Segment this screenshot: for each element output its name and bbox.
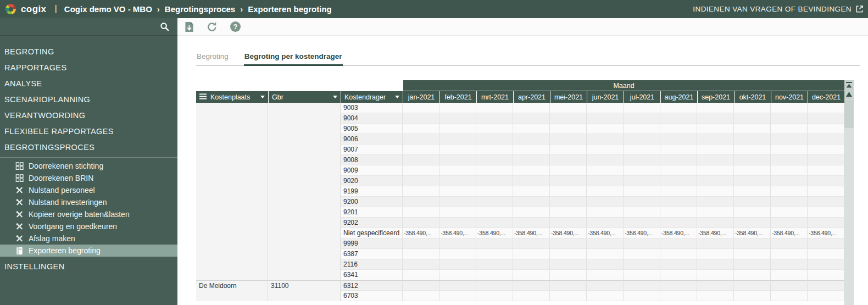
sidebar-subitem-nulstand-personeel[interactable]: Nulstand personeel bbox=[0, 184, 177, 196]
cell-month-value bbox=[734, 280, 771, 291]
cell-month-value bbox=[476, 124, 513, 134]
cell-month-value bbox=[660, 113, 697, 124]
sidebar-item-analyse[interactable]: ANALYSE bbox=[0, 76, 177, 92]
cell-month-value: -358.490,... bbox=[587, 228, 624, 239]
month-column-header: apr-2021 bbox=[513, 91, 550, 103]
breadcrumb-item[interactable]: Cogix demo VO - MBO bbox=[64, 4, 152, 14]
sidebar-subitem-doorrekenen-brin[interactable]: Doorrekenen BRIN bbox=[0, 172, 177, 184]
cell-month-value bbox=[624, 270, 660, 280]
vertical-scrollbar[interactable] bbox=[844, 80, 854, 305]
cell-kostenplaats bbox=[196, 155, 268, 165]
sidebar-item-instellingen[interactable]: INSTELLINGEN bbox=[0, 259, 177, 275]
cell-month-value bbox=[808, 239, 844, 249]
cell-month-value bbox=[439, 186, 476, 197]
cell-month-value bbox=[550, 113, 587, 124]
content-toolbar: ? bbox=[177, 18, 868, 36]
app-root: cogix | Cogix demo VO - MBO›Begrotingspr… bbox=[0, 0, 868, 305]
cell-month-value bbox=[513, 218, 550, 228]
cell-month-value bbox=[808, 176, 844, 186]
dropdown-caret-icon[interactable] bbox=[333, 96, 337, 98]
cell-gbr bbox=[268, 186, 341, 197]
refresh-button[interactable] bbox=[207, 21, 218, 32]
cell-month-value bbox=[697, 134, 734, 145]
cell-kostenplaats bbox=[196, 145, 268, 155]
cell-month-value bbox=[550, 249, 587, 259]
cell-month-value bbox=[771, 280, 808, 291]
cell-month-value bbox=[403, 124, 439, 134]
scroll-up-button[interactable] bbox=[844, 90, 854, 99]
column-header-row: KostenplaatsGbrKostendragerjan-2021feb-2… bbox=[196, 91, 844, 103]
sidebar-item-scenarioplanning[interactable]: SCENARIOPLANNING bbox=[0, 92, 177, 108]
sidebar-item-begroting[interactable]: BEGROTING bbox=[0, 44, 177, 60]
scrollbar-thumb[interactable] bbox=[844, 99, 854, 128]
table-row: 9200 bbox=[196, 197, 844, 207]
sidebar-subitem-doorrekenen-stichting[interactable]: Doorrekenen stichting bbox=[0, 160, 177, 172]
search-button[interactable] bbox=[160, 22, 169, 31]
sidebar-subitem-nulstand-investeringen[interactable]: Nulstand investeringen bbox=[0, 196, 177, 208]
column-header-kostendrager[interactable]: Kostendrager bbox=[341, 91, 403, 103]
cell-month-value bbox=[513, 239, 550, 249]
cell-month-value bbox=[624, 165, 660, 176]
cell-month-value bbox=[734, 218, 771, 228]
cell-month-value bbox=[439, 249, 476, 259]
cell-month-value bbox=[734, 207, 771, 218]
sidebar-subitem-label: Exporteren begroting bbox=[29, 246, 101, 255]
cell-month-value: -358.490,... bbox=[697, 228, 734, 239]
export-document-button[interactable] bbox=[185, 21, 194, 32]
cell-month-value bbox=[513, 155, 550, 165]
help-button[interactable]: ? bbox=[230, 21, 241, 32]
cell-month-value bbox=[476, 145, 513, 155]
cell-month-value bbox=[587, 124, 624, 134]
sidebar-subitem-label: Voortgang en goedkeuren bbox=[29, 222, 117, 231]
menu-icon[interactable] bbox=[199, 93, 207, 101]
cell-month-value bbox=[697, 155, 734, 165]
tab-begroting[interactable]: Begroting bbox=[196, 52, 229, 65]
cell-kostendrager: Niet gespecificeerd bbox=[341, 228, 403, 239]
month-column-header: okt-2021 bbox=[734, 91, 771, 103]
cell-month-value bbox=[439, 155, 476, 165]
cell-month-value bbox=[403, 176, 439, 186]
cell-month-value bbox=[697, 207, 734, 218]
cell-month-value: -358.490,... bbox=[550, 228, 587, 239]
sidebar-subitem-voortgang-en-goedkeuren[interactable]: Voortgang en goedkeuren bbox=[0, 220, 177, 232]
breadcrumb-item[interactable]: Begrotingsproces bbox=[165, 4, 235, 14]
sidebar-item-begrotingsproces[interactable]: BEGROTINGSPROCES bbox=[0, 140, 177, 156]
sidebar-subitem-exporteren-begroting[interactable]: Exporteren begroting bbox=[0, 245, 177, 257]
sidebar-subitem-afslag-maken[interactable]: Afslag maken bbox=[0, 232, 177, 245]
cell-month-value bbox=[624, 259, 660, 270]
sidebar-item-verantwoording[interactable]: VERANTWOORDING bbox=[0, 108, 177, 124]
cell-month-value bbox=[660, 155, 697, 165]
breadcrumb-item[interactable]: Exporteren begroting bbox=[248, 4, 332, 14]
feedback-link[interactable]: INDIENEN VAN VRAGEN OF BEVINDINGEN bbox=[693, 5, 864, 13]
cell-month-value bbox=[808, 291, 844, 301]
cell-kostenplaats bbox=[196, 270, 268, 280]
cell-month-value bbox=[403, 186, 439, 197]
column-header-gbr[interactable]: Gbr bbox=[268, 91, 341, 103]
tab-begroting-per-kostendrager[interactable]: Begroting per kostendrager bbox=[244, 52, 343, 65]
cell-month-value: -358.490,... bbox=[513, 228, 550, 239]
cell-gbr bbox=[268, 145, 341, 155]
cell-month-value: -358.490,... bbox=[660, 228, 697, 239]
cell-month-value bbox=[624, 113, 660, 124]
cell-month-value bbox=[808, 103, 844, 113]
cell-month-value bbox=[697, 165, 734, 176]
cell-month-value bbox=[808, 165, 844, 176]
sidebar-item-rapportages[interactable]: RAPPORTAGES bbox=[0, 60, 177, 76]
sidebar-item-flexibele-rapportages[interactable]: FLEXIBELE RAPPORTAGES bbox=[0, 124, 177, 140]
cell-month-value bbox=[476, 259, 513, 270]
cell-kostenplaats bbox=[196, 207, 268, 218]
cell-month-value bbox=[439, 291, 476, 301]
cell-month-value bbox=[771, 124, 808, 134]
cell-month-value bbox=[550, 239, 587, 249]
dropdown-caret-icon[interactable] bbox=[260, 96, 265, 98]
column-header-kostenplaats[interactable]: Kostenplaats bbox=[196, 91, 268, 103]
scroll-to-top-button[interactable] bbox=[844, 80, 854, 90]
cell-month-value bbox=[439, 218, 476, 228]
cell-month-value bbox=[624, 124, 660, 134]
cell-month-value bbox=[660, 291, 697, 301]
sidebar-subitem-kopieer-overige-baten-lasten[interactable]: Kopieer overige baten&lasten bbox=[0, 208, 177, 220]
cell-month-value bbox=[439, 176, 476, 186]
cell-month-value bbox=[624, 291, 660, 301]
cell-month-value bbox=[734, 165, 771, 176]
dropdown-caret-icon[interactable] bbox=[395, 96, 399, 98]
